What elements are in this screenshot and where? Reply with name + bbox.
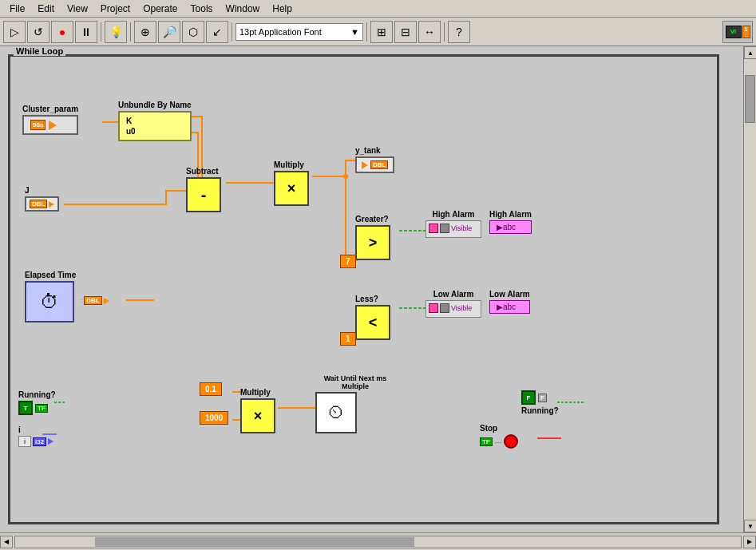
val-01: 0.1 — [200, 382, 222, 396]
visible-text2: Visible — [451, 304, 472, 312]
step-into-button[interactable]: ↙ — [206, 21, 228, 43]
pause-button[interactable]: ⏸ — [75, 21, 97, 43]
cluster-param-label: Cluster_param — [22, 105, 78, 113]
scroll-up-button[interactable]: ▲ — [744, 46, 756, 59]
less-symbol: < — [369, 315, 378, 331]
hscroll-thumb[interactable] — [95, 537, 414, 547]
probe-button[interactable]: 🔎 — [158, 21, 180, 43]
wait-ms-label: Wait Until Next ms Multiple — [315, 374, 395, 390]
high-alarm-abc: ▶abc — [497, 223, 516, 231]
menu-view[interactable]: View — [61, 2, 94, 16]
subtract-block[interactable]: Subtract - — [186, 167, 221, 212]
menu-edit[interactable]: Edit — [31, 2, 61, 16]
low-alarm-led-label: Low Alarm — [425, 290, 481, 299]
menu-help[interactable]: Help — [266, 2, 299, 16]
high-alarm-string-block[interactable]: High Alarm ▶abc — [489, 210, 532, 234]
hscroll-track — [14, 536, 742, 548]
instrument-panel: VI 1 — [722, 21, 753, 43]
cluster-param-arrow — [49, 121, 57, 130]
running-out-block[interactable]: F F Running? — [521, 390, 559, 415]
multiply2-block[interactable]: Multiply × — [240, 388, 275, 433]
elapsed-dbl: DBL — [84, 296, 101, 305]
multiply2-label: Multiply — [240, 388, 275, 397]
elapsed-time-block[interactable]: Elapsed Time ⏱ — [25, 271, 76, 322]
cluster-param-terminal: 90a — [30, 120, 46, 130]
distribute-button[interactable]: ⊟ — [394, 21, 417, 43]
help-button[interactable]: ? — [448, 21, 470, 43]
svg-point-2 — [343, 174, 348, 179]
ytank-dbl: DBL — [370, 160, 388, 169]
bottom-bar: ◀ ▶ — [0, 532, 756, 550]
running-in-block[interactable]: Running? T TF — [18, 390, 56, 415]
val-1-block[interactable]: 1 — [340, 332, 356, 346]
high-alarm-led-block[interactable]: High Alarm Visible — [425, 210, 481, 238]
vertical-scrollbar[interactable]: ▲ ▼ — [743, 46, 756, 532]
stop-circle — [504, 434, 518, 449]
canvas[interactable]: While Loop — [0, 46, 743, 532]
val-1: 1 — [340, 332, 356, 346]
low-alarm-string-block[interactable]: Low Alarm ▶abc — [489, 290, 530, 314]
j-label: J — [25, 186, 59, 195]
ytank-block[interactable]: y_tank DBL — [355, 146, 394, 173]
breakpoint-button[interactable]: ⬡ — [182, 21, 204, 43]
separator4 — [366, 22, 367, 42]
low-alarm-led-block[interactable]: Low Alarm Visible — [425, 290, 481, 318]
separator3 — [232, 22, 232, 42]
subtract-label: Subtract — [186, 167, 221, 176]
stop-wire-dot: — — [495, 438, 501, 445]
unbundle-k: K — [126, 116, 184, 126]
wait-ms-block[interactable]: Wait Until Next ms Multiple ⏲ — [315, 374, 395, 433]
val-7: 7 — [340, 255, 356, 268]
high-alarm-led-label: High Alarm — [425, 210, 481, 219]
j-arrow — [49, 201, 54, 208]
run-continuous-button[interactable]: ↺ — [27, 21, 49, 43]
separator2 — [130, 22, 131, 42]
resize-button[interactable]: ↔ — [418, 21, 441, 43]
led3 — [429, 303, 438, 313]
abort-button[interactable]: ● — [51, 21, 73, 43]
high-alarm-string-label: High Alarm — [489, 210, 532, 219]
ytank-label: y_tank — [355, 146, 394, 155]
running-tf-terminal: TF — [35, 404, 48, 413]
scroll-thumb[interactable] — [745, 75, 755, 123]
align-button[interactable]: ⊞ — [370, 21, 393, 43]
multiply1-label: Multiply — [274, 160, 309, 169]
ytank-arrow — [362, 161, 368, 169]
unbundle-u0: u0 — [126, 126, 184, 137]
unbundle-label: Unbundle By Name — [118, 101, 192, 109]
menu-project[interactable]: Project — [94, 2, 137, 16]
scroll-right-button[interactable]: ▶ — [743, 536, 756, 548]
low-alarm-abc: ▶abc — [497, 303, 516, 311]
scroll-down-button[interactable]: ▼ — [744, 520, 756, 532]
scroll-track — [744, 59, 756, 520]
run-arrow-button[interactable]: ▷ — [3, 21, 26, 43]
menu-operate[interactable]: Operate — [137, 2, 184, 16]
font-dropdown[interactable]: 13pt Application Font ▼ — [236, 23, 363, 41]
i-var-block[interactable]: i i I32 — [18, 425, 53, 447]
i-label: i — [18, 425, 53, 434]
scroll-left-button[interactable]: ◀ — [0, 536, 13, 548]
elapsed-dbl-terminal: : DBL — [81, 296, 109, 305]
val-1000-block[interactable]: 1000 — [200, 411, 228, 425]
less-block[interactable]: Less? < — [355, 295, 390, 340]
menu-window[interactable]: Window — [220, 2, 267, 16]
menu-tools[interactable]: Tools — [184, 2, 220, 16]
i-arrow — [48, 438, 53, 445]
j-var-block[interactable]: J DBL — [25, 186, 59, 212]
elapsed-arrow — [104, 298, 109, 304]
bulb-button[interactable]: 💡 — [105, 21, 127, 43]
retain-wire-button[interactable]: ⊕ — [134, 21, 156, 43]
multiply1-block[interactable]: Multiply × — [274, 160, 309, 206]
multiply2-symbol: × — [240, 398, 275, 433]
val-7-block[interactable]: 7 — [340, 255, 356, 268]
running-out-label: Running? — [521, 406, 559, 415]
greater-label: Greater? — [355, 215, 390, 224]
separator1 — [101, 22, 101, 42]
val-01-block[interactable]: 0.1 — [200, 382, 222, 396]
greater-block[interactable]: Greater? > — [355, 215, 390, 260]
stop-tf-terminal: TF — [480, 437, 493, 446]
cluster-param-block[interactable]: Cluster_param 90a — [22, 105, 78, 135]
menu-file[interactable]: File — [3, 2, 31, 16]
unbundle-block[interactable]: Unbundle By Name K u0 — [118, 101, 192, 141]
stop-block[interactable]: Stop TF — — [480, 424, 518, 449]
